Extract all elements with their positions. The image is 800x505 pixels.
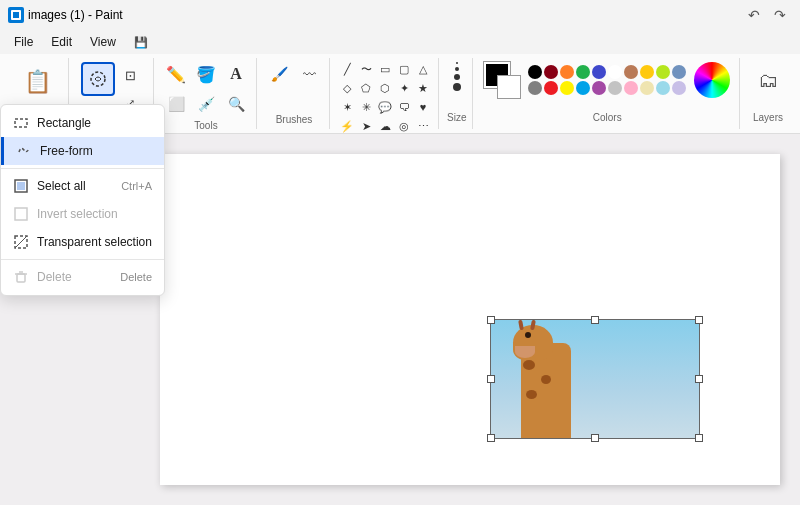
canvas[interactable]: [160, 154, 780, 485]
active-colors[interactable]: [484, 62, 520, 98]
select-all-icon: [13, 178, 29, 194]
svg-rect-6: [17, 182, 25, 190]
handle-tr[interactable]: [695, 316, 703, 324]
menu-bar: File Edit View 💾: [0, 30, 800, 54]
shape-cloud[interactable]: ☁: [376, 117, 394, 135]
color-swatch-0[interactable]: [528, 65, 542, 79]
handle-tl[interactable]: [487, 316, 495, 324]
background-color[interactable]: [498, 76, 520, 98]
shape-balloon[interactable]: 💬: [376, 98, 394, 116]
shape-pentagon[interactable]: ⬠: [357, 79, 375, 97]
shape-lightning[interactable]: ⚡: [338, 117, 356, 135]
tools-label: Tools: [194, 120, 217, 133]
color-swatch-15[interactable]: [640, 81, 654, 95]
color-swatch-17[interactable]: [656, 81, 670, 95]
color-swatch-7[interactable]: [576, 81, 590, 95]
fill-button[interactable]: 🪣: [192, 60, 220, 88]
shapes-more[interactable]: ⋯: [414, 117, 432, 135]
freeform-icon: [16, 143, 32, 159]
handle-tm[interactable]: [591, 316, 599, 324]
handle-bm[interactable]: [591, 434, 599, 442]
menu-edit[interactable]: Edit: [43, 33, 80, 51]
shape-star8[interactable]: ✳: [357, 98, 375, 116]
shape-line[interactable]: ╱: [338, 60, 356, 78]
shape-star6[interactable]: ✶: [338, 98, 356, 116]
shape-arrow[interactable]: ➤: [357, 117, 375, 135]
size-label: Size: [447, 112, 466, 125]
size-section: Size: [441, 58, 473, 129]
color-swatch-3[interactable]: [544, 81, 558, 95]
shape-heart[interactable]: ♥: [414, 98, 432, 116]
select-tool-button[interactable]: [81, 62, 115, 96]
color-swatch-2[interactable]: [544, 65, 558, 79]
dropdown-transparent[interactable]: Transparent selection: [1, 228, 164, 256]
layers-button[interactable]: 🗂: [750, 62, 786, 98]
svg-line-9: [15, 236, 27, 248]
svg-rect-7: [15, 208, 27, 220]
color-swatch-9[interactable]: [592, 81, 606, 95]
colors-label: Colors: [593, 112, 622, 125]
color-swatch-1[interactable]: [528, 81, 542, 95]
save-button[interactable]: 💾: [130, 31, 152, 53]
crop-button[interactable]: ⊡: [117, 62, 143, 88]
shape-rect[interactable]: ▭: [376, 60, 394, 78]
redo-button[interactable]: ↷: [768, 3, 792, 27]
color-swatch-13[interactable]: [624, 81, 638, 95]
shape-star4[interactable]: ✦: [395, 79, 413, 97]
color-swatch-5[interactable]: [560, 81, 574, 95]
dropdown-delete: Delete Delete: [1, 263, 164, 291]
svg-rect-10: [17, 274, 25, 282]
dropdown-rectangle[interactable]: Rectangle: [1, 109, 164, 137]
shape-rounded-rect[interactable]: ▢: [395, 60, 413, 78]
color-swatch-18[interactable]: [672, 65, 686, 79]
app-icon: [8, 7, 24, 23]
color-spectrum[interactable]: [694, 62, 730, 98]
delete-icon: [13, 269, 29, 285]
undo-button[interactable]: ↶: [742, 3, 766, 27]
color-swatch-11[interactable]: [608, 81, 622, 95]
shapes-section: ╱ 〜 ▭ ▢ △ ◇ ⬠ ⬡ ✦ ★ ✶ ✳ 💬 🗨 ♥ ⚡ ➤ ☁ ◎ ⋯ …: [332, 58, 439, 129]
color-swatch-16[interactable]: [656, 65, 670, 79]
separator-1: [1, 168, 164, 169]
color-swatch-8[interactable]: [592, 65, 606, 79]
shape-diamond[interactable]: ◇: [338, 79, 356, 97]
tools-section: ✏️ 🪣 A ⬜ 💉 🔍 Tools: [156, 58, 257, 129]
color-swatch-19[interactable]: [672, 81, 686, 95]
color-swatch-6[interactable]: [576, 65, 590, 79]
magnify-button[interactable]: 🔍: [222, 90, 250, 118]
handle-mr[interactable]: [695, 375, 703, 383]
brush1-button[interactable]: 🖌️: [265, 60, 293, 88]
shape-speech2[interactable]: 🗨: [395, 98, 413, 116]
handle-bl[interactable]: [487, 434, 495, 442]
menu-view[interactable]: View: [82, 33, 124, 51]
color-swatch-4[interactable]: [560, 65, 574, 79]
separator-2: [1, 259, 164, 260]
shape-hexagon[interactable]: ⬡: [376, 79, 394, 97]
dropdown-select-all[interactable]: Select all Ctrl+A: [1, 172, 164, 200]
layers-section: 🗂 Layers: [742, 58, 794, 129]
paste-button[interactable]: 📋: [17, 62, 57, 102]
window-title: images (1) - Paint: [28, 8, 123, 22]
colors-section: Colors: [475, 58, 740, 129]
giraffe-image[interactable]: [490, 319, 700, 439]
shape-curve[interactable]: 〜: [357, 60, 375, 78]
brushes-label: Brushes: [276, 114, 313, 127]
shape-triangle[interactable]: △: [414, 60, 432, 78]
eraser-button[interactable]: ⬜: [162, 90, 190, 118]
color-swatch-12[interactable]: [624, 65, 638, 79]
menu-file[interactable]: File: [6, 33, 41, 51]
color-swatch-14[interactable]: [640, 65, 654, 79]
rectangle-icon: [13, 115, 29, 131]
color-swatch-10[interactable]: [608, 65, 622, 79]
colorpicker-button[interactable]: 💉: [192, 90, 220, 118]
invert-icon: [13, 206, 29, 222]
shape-star5[interactable]: ★: [414, 79, 432, 97]
pencil-button[interactable]: ✏️: [162, 60, 190, 88]
handle-ml[interactable]: [487, 375, 495, 383]
transparent-icon: [13, 234, 29, 250]
brush2-button[interactable]: 〰: [295, 60, 323, 88]
dropdown-freeform[interactable]: Free-form: [1, 137, 164, 165]
text-button[interactable]: A: [222, 60, 250, 88]
shape-misc1[interactable]: ◎: [395, 117, 413, 135]
handle-br[interactable]: [695, 434, 703, 442]
